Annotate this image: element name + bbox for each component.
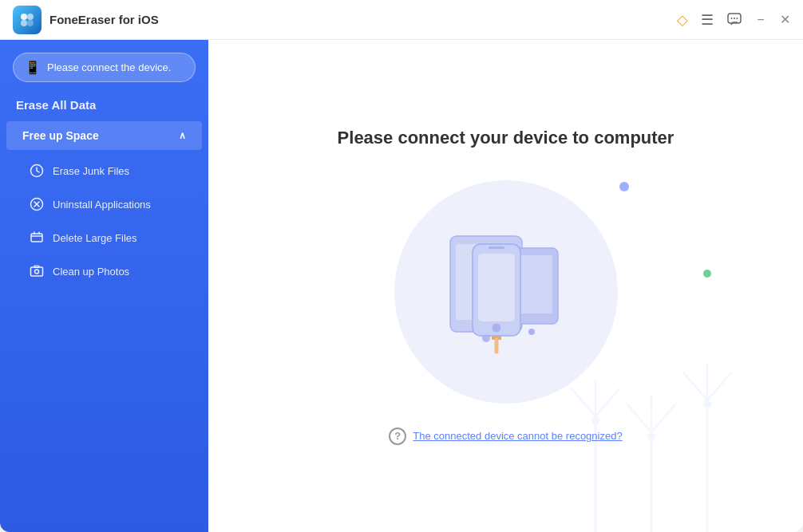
main-layout: 📱 Please connect the device. Erase All D… [0, 40, 803, 532]
svg-line-39 [651, 404, 675, 432]
sidebar: 📱 Please connect the device. Erase All D… [0, 40, 208, 532]
chat-icon[interactable] [726, 12, 742, 28]
title-bar: FoneEraser for iOS ◇ ☰ − ✕ [0, 0, 803, 40]
title-bar-right: ◇ ☰ − ✕ [677, 11, 790, 29]
device-illustration [394, 180, 618, 404]
svg-point-7 [737, 18, 738, 19]
svg-line-38 [627, 404, 651, 432]
svg-point-24 [528, 329, 535, 335]
nav-item-uninstall-apps[interactable]: Uninstall Applications [6, 188, 202, 220]
nav-items-list: Erase Junk Files Uninstall Applications [0, 153, 208, 289]
svg-line-44 [707, 372, 731, 400]
svg-point-5 [731, 18, 733, 19]
help-link-text[interactable]: The connected device cannot be recognize… [413, 430, 622, 442]
help-question-icon: ? [389, 428, 406, 445]
svg-point-37 [647, 432, 655, 440]
free-up-space-label: Free up Space [22, 129, 99, 142]
delete-large-label: Delete Large Files [53, 232, 137, 244]
svg-point-42 [703, 400, 711, 408]
svg-rect-26 [478, 254, 515, 321]
erase-all-section-title: Erase All Data [0, 98, 208, 121]
help-link[interactable]: ? The connected device cannot be recogni… [389, 428, 622, 445]
app-title: FoneEraser for iOS [49, 13, 159, 26]
svg-line-33 [572, 388, 595, 416]
device-connect-button[interactable]: 📱 Please connect the device. [13, 53, 196, 82]
content-area: Please connect your device to computer [208, 40, 803, 532]
devices-svg [426, 220, 586, 364]
svg-rect-28 [489, 246, 504, 249]
svg-point-27 [492, 323, 500, 332]
device-icon: 📱 [25, 60, 41, 75]
decorative-dot-green [703, 270, 711, 278]
close-button[interactable]: ✕ [779, 14, 790, 26]
delete-large-icon [29, 230, 45, 246]
svg-point-32 [591, 416, 599, 424]
chevron-up-icon: ∧ [179, 130, 186, 141]
svg-point-1 [27, 14, 34, 20]
nav-item-erase-junk[interactable]: Erase Junk Files [6, 155, 202, 187]
uninstall-apps-icon [29, 196, 45, 212]
svg-point-3 [27, 20, 34, 26]
svg-point-2 [21, 20, 27, 26]
svg-rect-12 [31, 234, 42, 242]
cleanup-photos-label: Clean up Photos [53, 266, 129, 278]
erase-junk-label: Erase Junk Files [53, 165, 129, 177]
svg-line-43 [683, 372, 707, 400]
svg-point-6 [734, 18, 735, 19]
app-logo [13, 6, 42, 34]
svg-rect-16 [31, 267, 43, 276]
device-connect-label: Please connect the device. [47, 61, 171, 73]
nav-item-delete-large[interactable]: Delete Large Files [6, 222, 202, 254]
menu-icon[interactable]: ☰ [701, 11, 714, 29]
erase-junk-icon [29, 163, 45, 179]
uninstall-apps-label: Uninstall Applications [53, 199, 151, 211]
decorative-dot-blue-tr [619, 182, 629, 191]
minimize-button[interactable]: − [755, 14, 766, 26]
cleanup-photos-icon [29, 263, 45, 279]
question-mark: ? [394, 430, 401, 442]
connect-title: Please connect your device to computer [338, 128, 674, 148]
svg-point-0 [21, 14, 27, 20]
svg-point-17 [35, 270, 39, 274]
title-bar-left: FoneEraser for iOS [13, 6, 159, 34]
nav-item-cleanup-photos[interactable]: Clean up Photos [6, 255, 202, 287]
svg-line-34 [595, 388, 619, 416]
diamond-icon[interactable]: ◇ [677, 11, 688, 29]
free-up-space-group-header[interactable]: Free up Space ∧ [6, 121, 202, 150]
